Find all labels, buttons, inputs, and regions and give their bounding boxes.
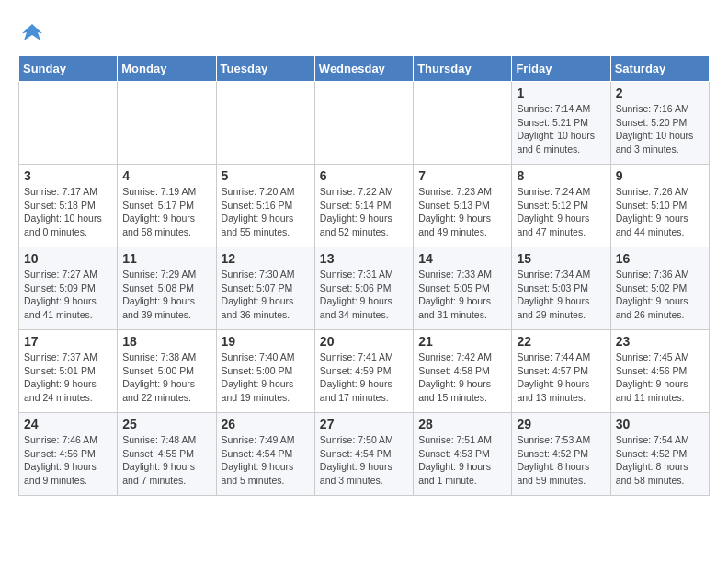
calendar-cell	[118, 82, 216, 165]
day-number: 21	[418, 334, 506, 349]
weekday-header-monday: Monday	[118, 56, 216, 82]
calendar-cell	[19, 82, 118, 165]
day-info: Sunrise: 7:42 AM Sunset: 4:58 PM Dayligh…	[418, 350, 506, 405]
day-number: 3	[24, 168, 112, 183]
calendar-cell: 10Sunrise: 7:27 AM Sunset: 5:09 PM Dayli…	[19, 247, 118, 330]
weekday-header-tuesday: Tuesday	[216, 56, 314, 82]
logo	[18, 18, 50, 46]
calendar-cell: 2Sunrise: 7:16 AM Sunset: 5:20 PM Daylig…	[610, 82, 709, 165]
day-info: Sunrise: 7:24 AM Sunset: 5:12 PM Dayligh…	[517, 185, 605, 239]
day-info: Sunrise: 7:14 AM Sunset: 5:21 PM Dayligh…	[517, 102, 605, 156]
day-number: 19	[222, 334, 310, 349]
day-info: Sunrise: 7:29 AM Sunset: 5:08 PM Dayligh…	[122, 268, 210, 322]
day-number: 26	[222, 417, 310, 431]
calendar-table: SundayMondayTuesdayWednesdayThursdayFrid…	[18, 55, 710, 496]
day-info: Sunrise: 7:34 AM Sunset: 5:03 PM Dayligh…	[517, 268, 605, 322]
day-number: 29	[517, 417, 605, 431]
calendar-cell: 9Sunrise: 7:26 AM Sunset: 5:10 PM Daylig…	[610, 165, 709, 247]
calendar-cell: 4Sunrise: 7:19 AM Sunset: 5:17 PM Daylig…	[118, 165, 216, 247]
weekday-header-friday: Friday	[512, 56, 610, 82]
day-number: 2	[616, 86, 704, 100]
day-number: 22	[517, 334, 605, 349]
calendar-cell: 13Sunrise: 7:31 AM Sunset: 5:06 PM Dayli…	[314, 247, 413, 330]
day-info: Sunrise: 7:46 AM Sunset: 4:56 PM Dayligh…	[24, 433, 112, 488]
day-info: Sunrise: 7:20 AM Sunset: 5:16 PM Dayligh…	[222, 185, 310, 239]
day-info: Sunrise: 7:19 AM Sunset: 5:17 PM Dayligh…	[122, 185, 210, 239]
calendar-cell	[216, 82, 314, 165]
calendar-cell: 16Sunrise: 7:36 AM Sunset: 5:02 PM Dayli…	[610, 247, 709, 330]
calendar-cell: 18Sunrise: 7:38 AM Sunset: 5:00 PM Dayli…	[118, 330, 216, 413]
day-number: 28	[418, 417, 506, 431]
calendar-cell: 20Sunrise: 7:41 AM Sunset: 4:59 PM Dayli…	[314, 330, 413, 413]
day-info: Sunrise: 7:17 AM Sunset: 5:18 PM Dayligh…	[24, 185, 112, 239]
logo-icon	[18, 18, 46, 46]
day-info: Sunrise: 7:36 AM Sunset: 5:02 PM Dayligh…	[616, 268, 704, 322]
calendar-cell: 15Sunrise: 7:34 AM Sunset: 5:03 PM Dayli…	[512, 247, 610, 330]
calendar-cell: 30Sunrise: 7:54 AM Sunset: 4:52 PM Dayli…	[610, 413, 709, 496]
calendar-cell: 23Sunrise: 7:45 AM Sunset: 4:56 PM Dayli…	[610, 330, 709, 413]
calendar-week-4: 17Sunrise: 7:37 AM Sunset: 5:01 PM Dayli…	[19, 330, 710, 413]
day-info: Sunrise: 7:45 AM Sunset: 4:56 PM Dayligh…	[616, 350, 704, 405]
day-number: 24	[24, 417, 112, 431]
day-number: 1	[517, 86, 605, 100]
weekday-header-wednesday: Wednesday	[314, 56, 413, 82]
weekday-header-sunday: Sunday	[19, 56, 118, 82]
calendar-cell: 28Sunrise: 7:51 AM Sunset: 4:53 PM Dayli…	[414, 413, 512, 496]
day-number: 23	[616, 334, 704, 349]
svg-marker-0	[22, 24, 43, 40]
day-number: 27	[320, 417, 408, 431]
day-info: Sunrise: 7:31 AM Sunset: 5:06 PM Dayligh…	[320, 268, 408, 322]
calendar-header: SundayMondayTuesdayWednesdayThursdayFrid…	[19, 56, 710, 82]
day-info: Sunrise: 7:51 AM Sunset: 4:53 PM Dayligh…	[418, 433, 506, 488]
day-number: 10	[24, 251, 112, 266]
calendar-cell: 21Sunrise: 7:42 AM Sunset: 4:58 PM Dayli…	[414, 330, 512, 413]
calendar-cell	[414, 82, 512, 165]
calendar-cell: 12Sunrise: 7:30 AM Sunset: 5:07 PM Dayli…	[216, 247, 314, 330]
day-info: Sunrise: 7:16 AM Sunset: 5:20 PM Dayligh…	[616, 102, 704, 156]
day-info: Sunrise: 7:30 AM Sunset: 5:07 PM Dayligh…	[222, 268, 310, 322]
day-number: 18	[122, 334, 210, 349]
day-number: 11	[122, 251, 210, 266]
day-number: 20	[320, 334, 408, 349]
calendar-week-3: 10Sunrise: 7:27 AM Sunset: 5:09 PM Dayli…	[19, 247, 710, 330]
calendar-body: 1Sunrise: 7:14 AM Sunset: 5:21 PM Daylig…	[19, 82, 710, 496]
calendar-cell: 19Sunrise: 7:40 AM Sunset: 5:00 PM Dayli…	[216, 330, 314, 413]
day-number: 12	[222, 251, 310, 266]
calendar-cell: 29Sunrise: 7:53 AM Sunset: 4:52 PM Dayli…	[512, 413, 610, 496]
day-number: 15	[517, 251, 605, 266]
day-number: 25	[122, 417, 210, 431]
day-info: Sunrise: 7:33 AM Sunset: 5:05 PM Dayligh…	[418, 268, 506, 322]
day-info: Sunrise: 7:41 AM Sunset: 4:59 PM Dayligh…	[320, 350, 408, 405]
day-number: 16	[616, 251, 704, 266]
calendar-cell: 14Sunrise: 7:33 AM Sunset: 5:05 PM Dayli…	[414, 247, 512, 330]
day-number: 30	[616, 417, 704, 431]
day-number: 14	[418, 251, 506, 266]
day-number: 7	[418, 168, 506, 183]
calendar-cell	[314, 82, 413, 165]
calendar-cell: 3Sunrise: 7:17 AM Sunset: 5:18 PM Daylig…	[19, 165, 118, 247]
weekday-header-saturday: Saturday	[610, 56, 709, 82]
day-info: Sunrise: 7:40 AM Sunset: 5:00 PM Dayligh…	[222, 350, 310, 405]
day-number: 8	[517, 168, 605, 183]
day-number: 9	[616, 168, 704, 183]
calendar-week-2: 3Sunrise: 7:17 AM Sunset: 5:18 PM Daylig…	[19, 165, 710, 247]
day-number: 17	[24, 334, 112, 349]
calendar-cell: 8Sunrise: 7:24 AM Sunset: 5:12 PM Daylig…	[512, 165, 610, 247]
calendar-cell: 17Sunrise: 7:37 AM Sunset: 5:01 PM Dayli…	[19, 330, 118, 413]
day-info: Sunrise: 7:53 AM Sunset: 4:52 PM Dayligh…	[517, 433, 605, 488]
day-info: Sunrise: 7:27 AM Sunset: 5:09 PM Dayligh…	[24, 268, 112, 322]
day-number: 13	[320, 251, 408, 266]
calendar-cell: 26Sunrise: 7:49 AM Sunset: 4:54 PM Dayli…	[216, 413, 314, 496]
day-info: Sunrise: 7:26 AM Sunset: 5:10 PM Dayligh…	[616, 185, 704, 239]
calendar-cell: 22Sunrise: 7:44 AM Sunset: 4:57 PM Dayli…	[512, 330, 610, 413]
calendar-cell: 27Sunrise: 7:50 AM Sunset: 4:54 PM Dayli…	[314, 413, 413, 496]
calendar-cell: 5Sunrise: 7:20 AM Sunset: 5:16 PM Daylig…	[216, 165, 314, 247]
calendar-week-5: 24Sunrise: 7:46 AM Sunset: 4:56 PM Dayli…	[19, 413, 710, 496]
day-info: Sunrise: 7:23 AM Sunset: 5:13 PM Dayligh…	[418, 185, 506, 239]
day-info: Sunrise: 7:48 AM Sunset: 4:55 PM Dayligh…	[122, 433, 210, 488]
calendar-cell: 25Sunrise: 7:48 AM Sunset: 4:55 PM Dayli…	[118, 413, 216, 496]
day-info: Sunrise: 7:38 AM Sunset: 5:00 PM Dayligh…	[122, 350, 210, 405]
day-info: Sunrise: 7:50 AM Sunset: 4:54 PM Dayligh…	[320, 433, 408, 488]
calendar-cell: 6Sunrise: 7:22 AM Sunset: 5:14 PM Daylig…	[314, 165, 413, 247]
day-info: Sunrise: 7:37 AM Sunset: 5:01 PM Dayligh…	[24, 350, 112, 405]
